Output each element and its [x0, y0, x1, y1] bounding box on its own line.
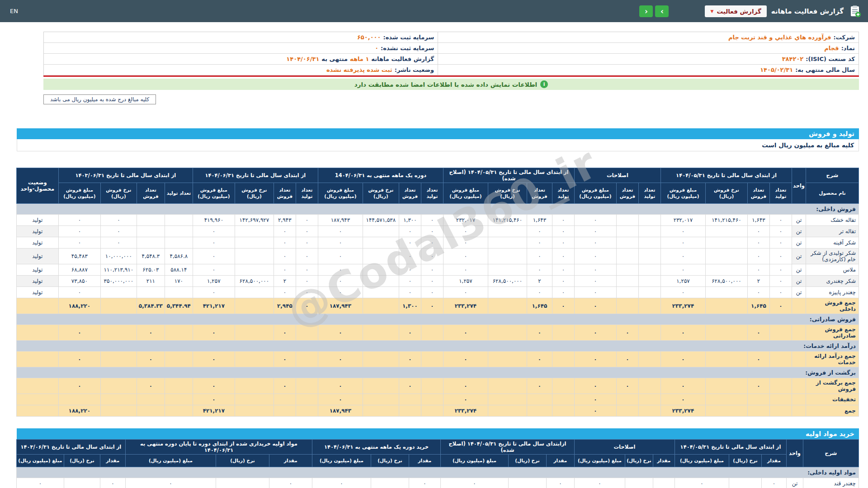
language-en-link[interactable]: EN	[10, 8, 18, 14]
value-cell: ۶۲۸,۵۰۰,۰۰۰	[235, 276, 274, 287]
value-cell: ۰	[748, 226, 770, 237]
value-cell: ۰	[527, 226, 552, 237]
field-value: ۰	[375, 44, 378, 52]
value-cell: ۰	[399, 325, 421, 341]
status-column-header: وضعیت محصول-واحد	[16, 168, 58, 204]
value-cell	[706, 325, 748, 341]
row-label: جمع درآمد ارائه خدمات	[806, 352, 859, 367]
value-cell: ۰	[748, 249, 770, 264]
value-cell	[638, 287, 660, 298]
value-cell	[421, 378, 443, 394]
value-cell	[296, 378, 318, 394]
column-group-header: از ابتدای سال مالی تا تاریخ ۱۴۰۳/۰۶/۳۱	[16, 440, 125, 455]
main-content: تولید و فروش کلیه مبالغ به میلیون ریال ا…	[17, 128, 859, 488]
value-cell: ۲۱۱	[137, 276, 165, 287]
value-cell: ۰	[318, 378, 363, 394]
company-info-row: نماد: قجام سرمایه ثبت نشده: ۰	[44, 43, 859, 54]
value-cell	[527, 405, 552, 417]
column-header: نرخ (ریال)	[216, 455, 269, 467]
value-cell: ۲۳۳,۲۷۴	[660, 405, 705, 417]
value-cell: ۰	[58, 378, 100, 394]
value-cell: ۰	[552, 226, 574, 237]
value-cell: ۰	[762, 478, 787, 488]
value-cell: ۰	[58, 352, 100, 367]
value-cell	[235, 264, 274, 276]
row-label: تفاله تر	[806, 226, 859, 237]
next-report-button[interactable]: ›	[655, 5, 669, 17]
value-cell: ۰	[770, 226, 792, 237]
caret-down-icon: ▼	[710, 9, 713, 14]
value-cell	[58, 394, 100, 405]
section-row: مواد اولیه داخلی:	[16, 467, 859, 478]
value-cell	[488, 352, 527, 367]
total-row: جمع برگشت از فروش۰۰۰۰۰۰۰۰۰۰۰۰	[16, 378, 859, 394]
isic-cell: کد صنعت (ISIC): ۳۸۴۲۰۲	[438, 54, 859, 64]
column-header: مقدار	[762, 455, 787, 467]
column-header: نرخ فروش (ریال)	[100, 183, 137, 204]
value-cell	[100, 378, 137, 394]
value-cell: ۲	[527, 276, 552, 287]
value-cell: ۰	[274, 226, 296, 237]
report-period-cell: گزارش فعالیت ماهانه ۱ ماهه منتهی به ۱۴۰۴…	[44, 54, 438, 64]
column-header: مبلغ فروش (میلیون ریال)	[443, 183, 488, 204]
value-cell: ۰	[274, 287, 296, 298]
value-cell: ۴۱۹,۹۶۰	[193, 215, 235, 226]
value-cell: ۰	[770, 276, 792, 287]
column-header: نرخ فروش (ریال)	[363, 183, 399, 204]
value-cell	[235, 287, 274, 298]
value-cell: ۰	[660, 325, 705, 341]
value-cell	[625, 478, 653, 488]
column-header: مبلغ فروش (میلیون ریال)	[58, 183, 100, 204]
unit-column-header: واحد	[787, 440, 803, 467]
field-value: ۶۵۰,۰۰۰	[357, 33, 381, 42]
value-cell: ۰	[527, 237, 552, 249]
ticker-label: نماد:	[841, 44, 855, 52]
unit-cell	[792, 325, 806, 341]
value-cell: ۰	[318, 249, 363, 264]
value-cell: ۰	[660, 394, 705, 405]
column-header: مقدار	[653, 455, 675, 467]
column-header: تعداد تولید	[770, 183, 792, 204]
value-cell: ۱۸۷,۹۴۳	[318, 405, 363, 417]
value-cell: ۰	[399, 226, 421, 237]
prev-report-button[interactable]: ‹	[639, 5, 653, 17]
value-cell: ۱۷۰	[165, 276, 193, 287]
value-cell: ۰	[274, 264, 296, 276]
value-cell: ۰	[274, 378, 296, 394]
status-cell	[16, 352, 58, 367]
value-cell: ۰	[318, 237, 363, 249]
value-cell	[363, 276, 399, 287]
section-label: برگشت از فروش:	[16, 367, 859, 378]
value-cell	[616, 264, 638, 276]
value-cell	[165, 226, 193, 237]
data-table: شرحواحداز ابتدای سال مالی تا تاریخ ۱۴۰۴/…	[16, 439, 859, 488]
value-cell: ۵۸۸.۱۴	[165, 264, 193, 276]
value-cell	[421, 394, 443, 405]
value-cell: ۱۸۷,۹۴۳	[318, 298, 363, 314]
column-header: تعداد فروش	[527, 183, 552, 204]
field-label: منتهی به	[321, 55, 348, 63]
value-cell	[421, 325, 443, 341]
column-header: تعداد تولید	[421, 183, 443, 204]
column-group-header: اصلاحات	[574, 440, 675, 455]
status-cell	[16, 378, 58, 394]
report-type-dropdown[interactable]: گزارش فعالیت ▼	[705, 5, 766, 17]
column-header: نرخ فروش (ریال)	[235, 183, 274, 204]
value-cell: ۰	[443, 394, 488, 405]
value-cell	[638, 378, 660, 394]
value-cell	[706, 352, 748, 367]
company-info-row: سال مالی منتهی به: ۱۴۰۵/۰۲/۳۱ وضعیت ناشر…	[44, 65, 859, 75]
column-header: نرخ (ریال)	[64, 455, 100, 467]
value-cell	[706, 405, 748, 417]
value-cell: ۰	[440, 478, 508, 488]
value-cell: ۲,۹۴۳	[274, 215, 296, 226]
value-cell: ۰	[443, 249, 488, 264]
value-cell: ۰	[318, 226, 363, 237]
row-label: جمع	[806, 405, 859, 417]
value-cell: ۰	[443, 352, 488, 367]
value-cell	[216, 478, 269, 488]
value-cell	[235, 226, 274, 237]
value-cell	[488, 237, 527, 249]
value-cell: ۰	[193, 237, 235, 249]
row-label: تفاله خشک	[806, 215, 859, 226]
